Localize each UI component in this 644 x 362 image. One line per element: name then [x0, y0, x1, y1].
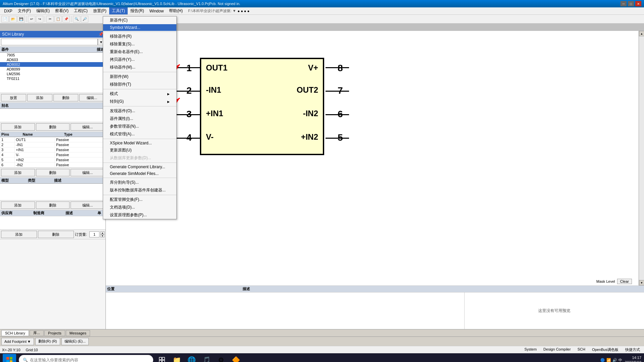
tray-speaker[interactable]: 🔊 — [612, 358, 617, 362]
delete-model-button[interactable]: 删除 — [36, 201, 70, 209]
menu-help[interactable]: 帮助(H) — [166, 7, 185, 14]
toolbar-zoomout[interactable]: 🔎 — [81, 16, 88, 22]
clock-area[interactable]: 14:17 2022/8/10 — [625, 355, 641, 362]
menu-gen-component-lib[interactable]: Generate Component Library... — [103, 164, 176, 170]
comp-7905[interactable]: 7905 — [0, 53, 105, 57]
menu-param-manager[interactable]: 参数管理器(N)... — [103, 123, 176, 130]
bottom-tab-schlib[interactable]: SCH Library — [1, 330, 29, 336]
toolbar-zoomin[interactable]: 🔍 — [73, 16, 80, 22]
bottom-tab-projects[interactable]: Projects — [44, 330, 65, 336]
menu-update-params[interactable]: 从数据库更新参数(D)... — [103, 154, 176, 162]
window-controls[interactable]: ─ □ ✕ — [620, 1, 641, 6]
menu-file[interactable]: 文件(F) — [15, 7, 34, 14]
bottom-tab-lib[interactable]: 库... — [30, 330, 44, 336]
search-input[interactable] — [1, 39, 98, 45]
bottom-tab-messages[interactable]: Messages — [66, 330, 90, 336]
scroll-up-button[interactable]: ▲ — [639, 31, 644, 36]
menu-gen-simmodel[interactable]: Generate SimModel Files... — [103, 170, 176, 177]
menu-remove-component[interactable]: 移除器件(R) — [103, 33, 176, 40]
delete-comp-button[interactable]: 删除 — [53, 94, 79, 101]
menu-move-component[interactable]: 移动器件(M)... — [103, 63, 176, 71]
pin-row[interactable]: 6 -IN2 Passive — [0, 163, 105, 168]
scroll-track[interactable] — [639, 36, 644, 280]
delete-pin-button[interactable]: 删除 — [36, 169, 70, 176]
toolbar-save[interactable]: 💾 — [17, 16, 25, 22]
menu-lib-split-wizard[interactable]: 库分割向导(S)... — [103, 179, 176, 186]
order-spin-down[interactable]: ▼ — [100, 234, 104, 237]
edit-footprint-button[interactable]: 编辑(E) (E)... — [61, 338, 89, 345]
comp-ad603[interactable]: AD603 — [0, 57, 105, 62]
edit-comp-button[interactable]: 编辑... — [79, 94, 104, 101]
pin-row[interactable]: 5 +IN2 Passive — [0, 157, 105, 163]
delete-footprint-button[interactable]: 删除(R) (R) — [35, 338, 60, 345]
tray-network[interactable]: 中 — [618, 358, 622, 362]
menu-copy-component[interactable]: 拷贝器件(Y)... — [103, 56, 176, 63]
maximize-button[interactable]: □ — [628, 1, 634, 6]
add-footprint-button[interactable]: Add Footprint ▼ — [1, 338, 34, 345]
minimize-button[interactable]: ─ — [620, 1, 627, 6]
menu-update-schematic[interactable]: 更新原图(U) — [103, 146, 176, 154]
toolbar-new[interactable]: 📄 — [1, 16, 9, 22]
toolbar-paste[interactable]: 📌 — [62, 16, 70, 22]
status-shortcuts[interactable]: 快捷方式 — [623, 347, 642, 352]
menu-new-part[interactable]: 新部件(W) — [103, 73, 176, 81]
comp-ad8002[interactable]: AD8002 — [0, 62, 105, 67]
menu-window[interactable]: Window — [147, 8, 167, 14]
taskbar-app2[interactable]: ⚙ — [215, 354, 227, 362]
menu-edit[interactable]: 编辑(E) — [34, 7, 52, 14]
pin-row[interactable]: 3 +IN1 Passive — [0, 147, 105, 152]
menu-mode[interactable]: 模式 ▶ — [103, 90, 176, 98]
status-openbus[interactable]: OpenBus调色板 — [590, 347, 620, 352]
menu-xspice[interactable]: XSpice Model Wizard... — [103, 140, 176, 146]
edit-model-button[interactable]: 编辑... — [71, 201, 104, 209]
menu-config-pin-swap[interactable]: 配置管脚交换(F)... — [103, 196, 176, 203]
menu-component-props[interactable]: 器件属性(I)... — [103, 115, 176, 123]
pin-row[interactable]: 2 -IN1 Passive — [0, 142, 105, 147]
taskbar-app1[interactable]: 🎵 — [200, 354, 212, 362]
status-sch[interactable]: SCH — [575, 347, 587, 352]
menu-project[interactable]: 工程(C) — [71, 7, 90, 14]
menu-new-component[interactable]: 新器件(C) — [103, 16, 176, 24]
add-model-button[interactable]: 添加 — [1, 201, 35, 209]
close-button[interactable]: ✕ — [635, 1, 641, 6]
delete-alias-button[interactable]: 删除 — [36, 123, 70, 131]
add-supplier-button[interactable]: 添加 — [1, 231, 37, 238]
menu-sch-prefs[interactable]: 设置原理图参数(P)... — [103, 211, 176, 219]
edit-alias-button[interactable]: 编辑... — [71, 123, 104, 131]
menu-remove-part[interactable]: 移除部件(T) — [103, 81, 176, 88]
toolbar-cut[interactable]: ✂ — [46, 16, 54, 22]
taskbar-browser[interactable]: 🌐 — [185, 354, 198, 362]
taskbar-app3[interactable]: 🔶 — [230, 354, 242, 362]
menu-view[interactable]: 察看(V) — [52, 7, 71, 14]
menu-report[interactable]: 报告(R) — [128, 7, 147, 14]
menu-version-control-lib[interactable]: 版本控制数据库器件库创建器... — [103, 186, 176, 194]
toolbar-copy[interactable]: 📋 — [54, 16, 62, 22]
edit-pin-button[interactable]: 编辑... — [71, 169, 104, 176]
start-button[interactable] — [3, 354, 16, 362]
menu-find-component[interactable]: 发现器件(O)... — [103, 107, 176, 115]
menu-place[interactable]: 放置(P) — [90, 7, 109, 14]
comp-lm2596[interactable]: LM2596 — [0, 72, 105, 76]
order-spin-up[interactable]: ▲ — [100, 231, 104, 234]
toolbar-redo[interactable]: ↪ — [36, 16, 43, 22]
toolbar-undo[interactable]: ↩ — [28, 16, 35, 22]
canvas-area[interactable]: 1 2 3 4 OUT1 -IN1 +IN1 V- — [106, 31, 639, 285]
scroll-down-button[interactable]: ▼ — [639, 280, 644, 285]
comp-ad8099[interactable]: AD8099 — [0, 67, 105, 72]
taskbar-task-view[interactable] — [156, 354, 168, 362]
menu-goto[interactable]: 转到(G) ▶ — [103, 98, 176, 105]
comp-tf0211[interactable]: TF0211 — [0, 76, 105, 81]
menu-dxp[interactable]: DXP — [1, 8, 15, 14]
add-pin-button[interactable]: 添加 — [1, 169, 35, 176]
status-design-compiler[interactable]: Design Compiler — [542, 347, 573, 352]
toolbar-open[interactable]: 📂 — [9, 16, 17, 22]
taskbar-file-explorer[interactable]: 📁 — [171, 354, 183, 362]
clear-button[interactable]: Clear — [617, 279, 632, 284]
menu-doc-options[interactable]: 文档选项(D)... — [103, 203, 176, 211]
taskbar-search-bar[interactable]: 🔍 在这里输入你要搜索的内容 — [19, 355, 153, 362]
status-system[interactable]: System — [522, 347, 539, 352]
pin-row[interactable]: 1 OUT1 Passive — [0, 137, 105, 142]
add-alias-button[interactable]: 添加 — [1, 123, 35, 131]
delete-supplier-button[interactable]: 删除 — [38, 231, 74, 238]
menu-mode-manager[interactable]: 模式管理(A)... — [103, 130, 176, 138]
